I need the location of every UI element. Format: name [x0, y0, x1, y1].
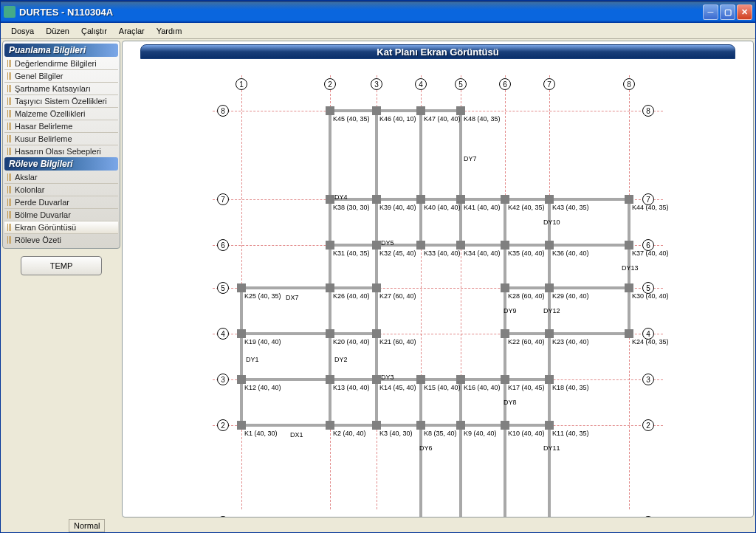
axis-label: 3: [371, 78, 382, 90]
column-node[interactable]: [372, 195, 381, 204]
column-node[interactable]: [501, 195, 509, 204]
column-node[interactable]: [237, 375, 246, 384]
column-node[interactable]: [501, 283, 509, 292]
sidebar-item[interactable]: Röleve Özeti: [4, 234, 118, 246]
sidebar-panel: Puanlama Bilgileri Değerlendirme Bilgile…: [2, 41, 120, 249]
floor-plan-canvas[interactable]: 11223344556677888877665544332211K45 (40,…: [124, 61, 752, 515]
statusbar: Normal: [1, 519, 755, 532]
column-node[interactable]: [326, 329, 334, 338]
temp-button[interactable]: TEMP: [21, 256, 102, 275]
column-node[interactable]: [372, 329, 381, 338]
sidebar-item[interactable]: Perde Duvarlar: [4, 196, 118, 209]
beam: [505, 332, 629, 335]
column-node[interactable]: [326, 195, 334, 204]
sidebar-item[interactable]: Değerlendirme Bilgileri: [4, 58, 118, 70]
annotation: DY12: [543, 307, 560, 314]
column-label: K11 (40, 35): [552, 430, 589, 437]
column-label: K14 (45, 40): [379, 384, 416, 391]
axis-label: 4: [217, 328, 229, 340]
column-node[interactable]: [456, 195, 465, 204]
column-label: K43 (40, 35): [552, 204, 589, 211]
column-node[interactable]: [372, 421, 381, 430]
axis-label: 5: [455, 78, 467, 90]
column-label: K34 (40, 40): [464, 250, 501, 257]
column-node[interactable]: [372, 375, 381, 384]
menu-tools[interactable]: Araçlar: [113, 25, 151, 37]
column-node[interactable]: [545, 329, 554, 338]
column-node[interactable]: [416, 106, 425, 115]
column-label: K12 (40, 40): [244, 384, 281, 391]
column-label: K3 (40, 30): [379, 430, 413, 437]
column-node[interactable]: [326, 375, 334, 384]
column-node[interactable]: [237, 283, 246, 292]
column-node[interactable]: [416, 195, 425, 204]
sidebar-item[interactable]: Hasarın Olası Sebepleri: [4, 145, 118, 157]
axis-label: 2: [324, 78, 336, 90]
annotation: DY6: [419, 444, 433, 452]
column-node[interactable]: [545, 241, 554, 250]
column-node[interactable]: [372, 283, 381, 292]
column-node[interactable]: [625, 283, 633, 292]
maximize-button[interactable]: ▢: [720, 4, 735, 20]
column-node[interactable]: [326, 283, 334, 292]
column-node[interactable]: [501, 375, 509, 384]
sidebar-item[interactable]: Bölme Duvarlar: [4, 209, 118, 221]
column-node[interactable]: [416, 375, 425, 384]
menu-file[interactable]: Dosya: [5, 25, 40, 37]
column-node[interactable]: [456, 375, 465, 384]
main-title: Kat Planı Ekran Görüntüsü: [140, 44, 735, 59]
column-node[interactable]: [456, 241, 465, 250]
column-node[interactable]: [326, 421, 334, 430]
status-mode: Normal: [69, 519, 105, 532]
column-node[interactable]: [545, 283, 554, 292]
close-button[interactable]: ✕: [737, 4, 752, 20]
menu-run[interactable]: Çalıştır: [75, 25, 113, 37]
column-label: K20 (40, 40): [333, 338, 370, 345]
column-label: K26 (40, 40): [333, 292, 370, 300]
column-label: K42 (40, 35): [508, 204, 545, 211]
sidebar-item[interactable]: Şartname Katsayıları: [4, 83, 118, 95]
axis-label: 2: [642, 419, 654, 431]
column-node[interactable]: [545, 421, 554, 430]
column-node[interactable]: [237, 421, 246, 430]
sidebar-item[interactable]: Hasar Belirleme: [4, 120, 118, 133]
menu-edit[interactable]: Düzen: [40, 25, 75, 37]
column-node[interactable]: [416, 421, 425, 430]
sidebar-item[interactable]: Akslar: [4, 171, 118, 184]
column-node[interactable]: [625, 329, 633, 338]
column-node[interactable]: [456, 106, 465, 115]
minimize-button[interactable]: ─: [703, 4, 718, 20]
column-label: K16 (40, 40): [464, 384, 501, 391]
sidebar-item[interactable]: Ekran Görüntüsü: [4, 221, 118, 234]
column-node[interactable]: [545, 375, 554, 384]
annotation: DY2: [334, 356, 348, 363]
sidebar-item[interactable]: Kolonlar: [4, 184, 118, 196]
column-node[interactable]: [456, 421, 465, 430]
annotation: DY1: [246, 356, 259, 363]
column-label: K33 (40, 40): [424, 250, 461, 257]
column-node[interactable]: [501, 421, 509, 430]
column-node[interactable]: [545, 195, 554, 204]
column-node[interactable]: [326, 106, 334, 115]
annotation: DY5: [381, 239, 394, 247]
column-node[interactable]: [416, 241, 425, 250]
sidebar-item[interactable]: Kusur Belirleme: [4, 133, 118, 145]
column-node[interactable]: [326, 241, 334, 250]
axis-label: 3: [217, 374, 229, 385]
sidebar-item[interactable]: Malzeme Özellikleri: [4, 108, 118, 120]
column-node[interactable]: [501, 329, 509, 338]
column-node[interactable]: [625, 195, 633, 204]
column-node[interactable]: [625, 241, 633, 250]
beam: [419, 111, 422, 245]
column-node[interactable]: [237, 329, 246, 338]
column-node[interactable]: [501, 241, 509, 250]
column-label: K24 (40, 35): [632, 338, 669, 345]
column-node[interactable]: [372, 106, 381, 115]
annotation: DY8: [504, 399, 517, 406]
sidebar-item[interactable]: Taşıyıcı Sistem Özellikleri: [4, 95, 118, 108]
annotation: DX7: [286, 294, 299, 301]
sidebar-item[interactable]: Genel Bilgiler: [4, 70, 118, 83]
column-node[interactable]: [372, 241, 381, 250]
column-label: K28 (60, 40): [508, 292, 545, 300]
menu-help[interactable]: Yardım: [151, 25, 188, 37]
